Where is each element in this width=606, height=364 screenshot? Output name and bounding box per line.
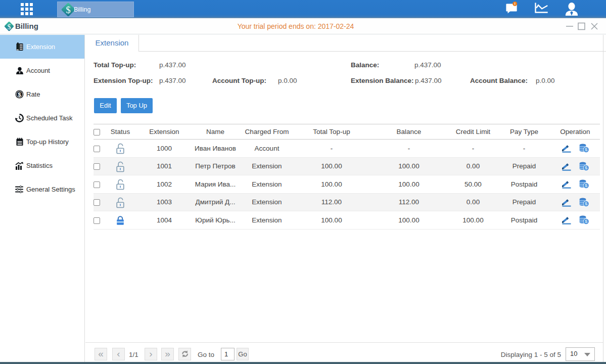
svg-text:$: $ [66,5,71,15]
svg-text:$: $ [18,92,21,98]
svg-text:!: ! [514,2,516,6]
